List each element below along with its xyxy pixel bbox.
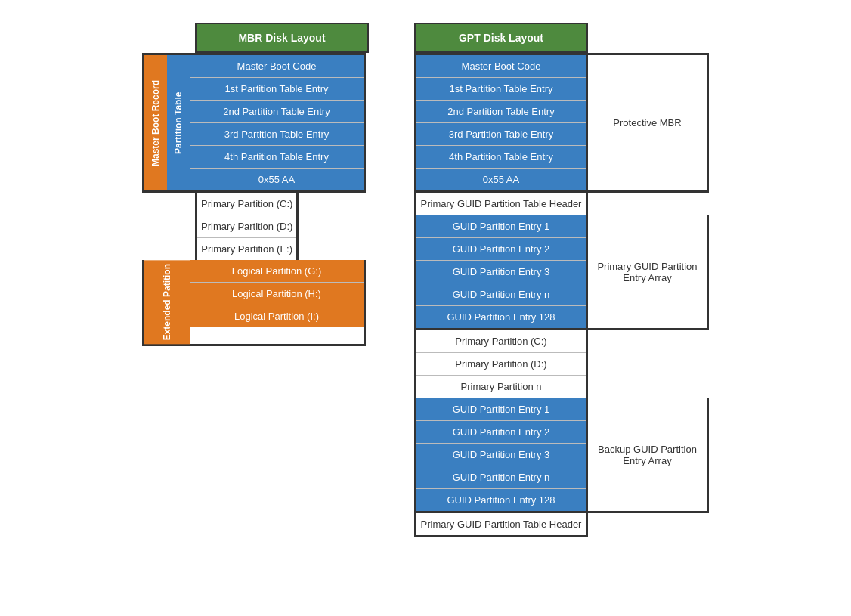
gpt-standalone-1: Primary GUID Partition Table Header: [414, 193, 709, 215]
mbr-row-item: 3rd Partition Table Entry: [190, 123, 364, 146]
mbr-extended-label: Extended Patition: [144, 260, 190, 344]
gpt-body: Master Boot Code1st Partition Table Entr…: [414, 53, 709, 537]
gpt-row-item: GUID Partition Entry n: [416, 466, 586, 489]
gpt-rows-2: GUID Partition Entry 1GUID Partition Ent…: [414, 215, 588, 330]
diagrams-wrapper: MBR Disk Layout Master Boot Record Parti…: [142, 23, 709, 537]
gpt-row-item: GUID Partition Entry 128: [416, 306, 586, 328]
mbr-extended-row-item: Logical Partition (H:): [190, 283, 364, 305]
gpt-row-item: GUID Partition Entry 128: [416, 489, 586, 511]
mbr-row-item: 0x55 AA: [190, 169, 364, 190]
gpt-standalone-row-item: Primary GUID Partition Table Header: [416, 193, 586, 215]
gpt-side-label-2: Primary GUID Partition Entry Array: [588, 215, 709, 330]
gpt-standalone-rows-2: Primary Partition (C:)Primary Partition …: [414, 330, 588, 398]
mbr-row-item: 2nd Partition Table Entry: [190, 101, 364, 123]
gpt-title-row: GPT Disk Layout: [414, 23, 588, 53]
gpt-rows-1: Master Boot Code1st Partition Table Entr…: [414, 53, 588, 193]
mbr-title: MBR Disk Layout: [195, 23, 369, 53]
mbr-section: MBR Disk Layout Master Boot Record Parti…: [142, 23, 369, 346]
mbr-main-rows: Master Boot Code1st Partition Table Entr…: [190, 55, 364, 190]
gpt-row-item: GUID Partition Entry 2: [416, 238, 586, 261]
gpt-standalone-rows-3: Primary GUID Partition Table Header: [414, 513, 588, 537]
mbr-extended-body: Extended Patition Logical Partition (G:)…: [142, 260, 366, 346]
gpt-row-item: Master Boot Code: [416, 55, 586, 78]
mbr-white-rows: Primary Partition (C:)Primary Partition …: [195, 193, 299, 260]
gpt-row-item: GUID Partition Entry 3: [416, 444, 586, 466]
mbr-row-item: 4th Partition Table Entry: [190, 146, 364, 169]
gpt-side-label-1: Protective MBR: [588, 53, 709, 193]
gpt-standalone-row-item: Primary GUID Partition Table Header: [416, 513, 586, 535]
gpt-row-item: GUID Partition Entry 1: [416, 398, 586, 421]
mbr-extended-rows: Logical Partition (G:)Logical Partition …: [190, 260, 364, 344]
gpt-row-item: 2nd Partition Table Entry: [416, 101, 586, 123]
gpt-row-item: 0x55 AA: [416, 169, 586, 190]
gpt-side-label-3: Backup GUID Partition Entry Array: [588, 398, 709, 513]
gpt-standalone-row-item: Primary Partition n: [416, 376, 586, 398]
gpt-title: GPT Disk Layout: [414, 23, 588, 53]
gpt-row-item: GUID Partition Entry n: [416, 283, 586, 306]
gpt-group-2: GUID Partition Entry 1GUID Partition Ent…: [414, 215, 709, 330]
gpt-row-item: 1st Partition Table Entry: [416, 78, 586, 101]
mbr-master-label: Master Boot Record: [144, 55, 167, 190]
gpt-standalone-rows-1: Primary GUID Partition Table Header: [414, 193, 588, 215]
gpt-group-1: Master Boot Code1st Partition Table Entr…: [414, 53, 709, 193]
gpt-group-3: GUID Partition Entry 1GUID Partition Ent…: [414, 398, 709, 513]
mbr-row-item: Master Boot Code: [190, 55, 364, 78]
gpt-row-item: GUID Partition Entry 2: [416, 421, 586, 444]
gpt-row-item: GUID Partition Entry 1: [416, 215, 586, 238]
mbr-extended-row-item: Logical Partition (G:): [190, 260, 364, 283]
gpt-standalone-3: Primary GUID Partition Table Header: [414, 513, 709, 537]
mbr-white-row-item: Primary Partition (E:): [197, 238, 296, 260]
mbr-left-labels: Master Boot Record Partition Table: [144, 55, 190, 190]
mbr-partition-label: Partition Table: [167, 55, 190, 190]
mbr-row-item: 1st Partition Table Entry: [190, 78, 364, 101]
gpt-row-item: 3rd Partition Table Entry: [416, 123, 586, 146]
mbr-body: Master Boot Record Partition Table Maste…: [142, 53, 366, 193]
gpt-standalone-row-item: Primary Partition (D:): [416, 353, 586, 376]
gpt-standalone-row-item: Primary Partition (C:): [416, 330, 586, 353]
gpt-rows-3: GUID Partition Entry 1GUID Partition Ent…: [414, 398, 588, 513]
mbr-white-row-item: Primary Partition (C:): [197, 193, 296, 215]
mbr-extended-row-item: Logical Partition (I:): [190, 305, 364, 327]
mbr-white-row-item: Primary Partition (D:): [197, 215, 296, 238]
gpt-section: GPT Disk Layout Master Boot Code1st Part…: [414, 23, 709, 537]
gpt-standalone-2: Primary Partition (C:)Primary Partition …: [414, 330, 709, 398]
mbr-title-row: MBR Disk Layout: [195, 23, 369, 53]
gpt-row-item: GUID Partition Entry 3: [416, 261, 586, 283]
gpt-row-item: 4th Partition Table Entry: [416, 146, 586, 169]
